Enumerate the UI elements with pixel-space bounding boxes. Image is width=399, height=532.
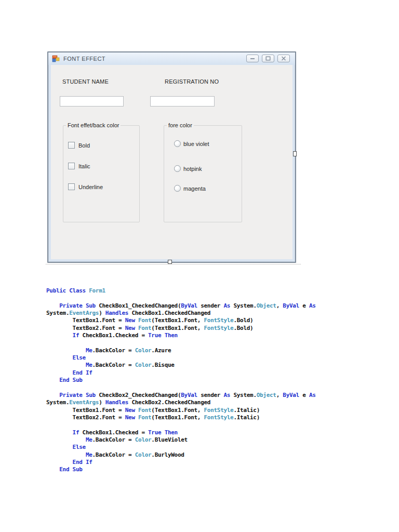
form-client-area: STUDENT NAME REGISTRATION NO Font effet/… [51, 65, 292, 259]
code-line: Else [46, 354, 368, 362]
close-button[interactable] [277, 55, 290, 62]
code-line [46, 295, 368, 302]
code-line: TextBox2.Font = New Font(TextBox1.Font, … [46, 325, 368, 332]
italic-checkbox-label: Italic [78, 163, 90, 169]
code-line: TextBox1.Font = New Font(TextBox1.Font, … [46, 317, 368, 324]
code-line [46, 421, 368, 429]
underline-checkbox-label: Underline [78, 184, 103, 190]
checkbox-row-italic[interactable]: Italic [68, 163, 90, 169]
resize-handle-right[interactable] [293, 151, 297, 156]
code-line: System.EventArgs) Handles CheckBox1.Chec… [46, 310, 368, 317]
groupbox-fore-color-title: fore color [167, 122, 194, 128]
bold-checkbox-label: Bold [78, 142, 90, 149]
hotpink-radio[interactable] [174, 165, 181, 172]
code-line: Me.BackColor = Color.Bisque [46, 362, 368, 369]
window-title: FONT EFFECT [63, 56, 105, 62]
winforms-form-icon [52, 55, 60, 63]
code-line: End Sub [46, 377, 368, 384]
student-name-input[interactable] [60, 96, 124, 107]
selection-dotted-rule [46, 264, 301, 264]
resize-handle-bottom[interactable] [168, 260, 172, 264]
close-icon [281, 56, 286, 61]
code-block: Public Class Form1 Private Sub CheckBox1… [46, 287, 368, 474]
code-line: If CheckBox1.Checked = True Then [46, 332, 368, 339]
radio-row-hotpink[interactable]: hotpink [174, 165, 202, 172]
code-line: Me.BackColor = Color.BurlyWood [46, 451, 368, 459]
groupbox-fore-color: fore color blue violet hotpink magenta [164, 125, 242, 222]
magenta-radio[interactable] [174, 185, 181, 192]
checkbox-row-bold[interactable]: Bold [68, 142, 90, 149]
code-line: Public Class Form1 [46, 287, 368, 295]
code-line: End If [46, 369, 368, 377]
window-titlebar[interactable]: FONT EFFECT [48, 52, 295, 65]
code-line: Me.BackColor = Color.BlueViolet [46, 436, 368, 444]
italic-checkbox[interactable] [68, 163, 75, 169]
code-line: End If [46, 459, 368, 466]
code-line: Else [46, 444, 368, 451]
blue-violet-radio[interactable] [174, 140, 181, 147]
registration-no-label: REGISTRATION NO [165, 78, 219, 85]
checkbox-row-underline[interactable]: Underline [68, 183, 103, 190]
hotpink-radio-label: hotpink [183, 166, 202, 172]
code-line: End Sub [46, 466, 368, 473]
groupbox-font-effect-title: Font effet/back color [66, 122, 121, 128]
code-line: Me.BackColor = Color.Azure [46, 347, 368, 354]
code-line: If CheckBox1.Checked = True Then [46, 429, 368, 436]
maximize-icon [265, 56, 271, 61]
groupbox-font-effect: Font effet/back color Bold Italic Underl… [63, 125, 140, 222]
code-line: TextBox1.Font = New Font(TextBox1.Font, … [46, 407, 368, 414]
font-effect-window: FONT EFFECT STUDENT NAME REGISTRATION NO… [47, 51, 296, 263]
code-line: Private Sub CheckBox2_CheckedChanged(ByV… [46, 392, 368, 399]
code-line: System.EventArgs) Handles CheckBox2.Chec… [46, 399, 368, 406]
radio-row-blue-violet[interactable]: blue violet [174, 140, 209, 147]
blue-violet-radio-label: blue violet [183, 141, 209, 147]
minimize-button[interactable] [246, 55, 259, 62]
bold-checkbox[interactable] [68, 142, 75, 149]
maximize-button[interactable] [262, 55, 274, 62]
underline-checkbox[interactable] [68, 183, 75, 190]
code-line [46, 384, 368, 391]
registration-no-input[interactable] [150, 96, 215, 107]
code-line: TextBox2.Font = New Font(TextBox1.Font, … [46, 414, 368, 421]
radio-row-magenta[interactable]: magenta [174, 185, 206, 192]
code-line [46, 339, 368, 347]
minimize-icon [250, 56, 255, 61]
magenta-radio-label: magenta [183, 185, 206, 192]
code-line: Private Sub CheckBox1_CheckedChanged(ByV… [46, 302, 368, 310]
student-name-label: STUDENT NAME [62, 78, 109, 85]
